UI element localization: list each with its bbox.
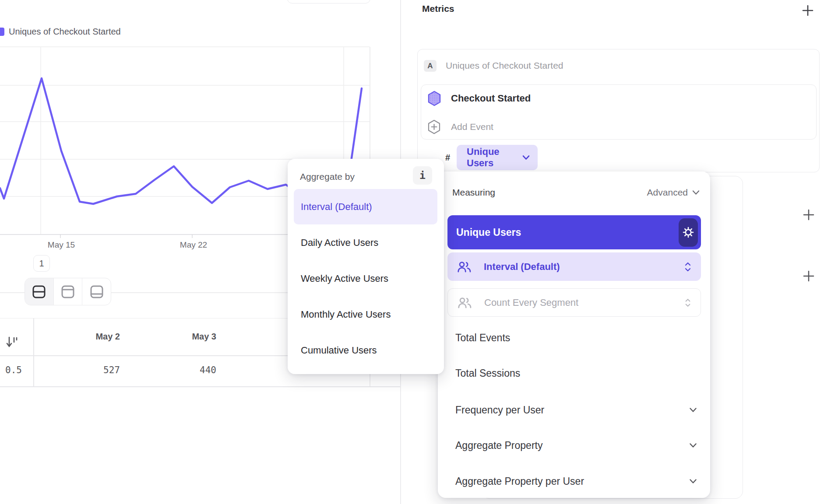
metric-name[interactable]: Uniques of Checkout Started xyxy=(446,60,563,71)
events-card: Checkout Started Add Event xyxy=(421,84,817,140)
interval-unfold-icon xyxy=(684,262,691,272)
measuring-param-count-every-segment[interactable]: Count Every Segment xyxy=(447,288,701,317)
unique-users-selected-label: Unique Users xyxy=(456,227,679,238)
layout-split-icon xyxy=(32,285,46,299)
add-metric-button[interactable] xyxy=(801,4,814,17)
add-breakdown-button[interactable] xyxy=(802,270,815,283)
people-icon xyxy=(457,261,472,273)
measuring-option-unique-users[interactable]: Unique Users xyxy=(447,215,701,249)
add-event-hexagon-icon xyxy=(427,119,441,134)
aggregate-option-interval[interactable]: Interval (Default) xyxy=(294,189,437,224)
measuring-option-aggregate-property-per-user[interactable]: Aggregate Property per User xyxy=(455,468,697,494)
frequency-per-user-label: Frequency per User xyxy=(455,404,689,416)
layout-toggle-group xyxy=(25,278,111,305)
interval-option-label: Interval (Default) xyxy=(301,201,372,213)
series-badge: A xyxy=(424,60,437,72)
gear-icon xyxy=(682,226,695,239)
layout-toggle-header[interactable] xyxy=(54,278,83,305)
measuring-param-interval[interactable]: Interval (Default) xyxy=(447,252,701,281)
segment-unfold-icon xyxy=(685,298,691,307)
aggregate-property-chevron-down-icon xyxy=(689,443,697,448)
aggregate-option-monthly-active-users[interactable]: Monthly Active Users xyxy=(301,301,432,328)
measuring-option-aggregate-property[interactable]: Aggregate Property xyxy=(455,432,697,458)
aggregate-by-title: Aggregate by xyxy=(300,172,355,182)
layout-header-icon xyxy=(60,285,75,299)
info-button[interactable]: i xyxy=(413,166,432,185)
measuring-title: Measuring xyxy=(452,187,647,198)
people-icon-disabled xyxy=(458,297,472,309)
pagination-badge[interactable]: 1 xyxy=(33,255,50,272)
unique-users-settings-button[interactable] xyxy=(679,218,698,247)
layout-footer-icon xyxy=(89,285,104,299)
metric-type-symbol: # xyxy=(445,153,450,163)
aggregate-option-weekly-active-users[interactable]: Weekly Active Users xyxy=(301,266,432,292)
table-cell-may2: 527 xyxy=(32,365,120,375)
metrics-section-title: Metrics xyxy=(422,4,454,14)
count-every-segment-label: Count Every Segment xyxy=(484,297,685,308)
event-hexagon-icon xyxy=(427,91,441,106)
legend-swatch xyxy=(0,28,4,36)
frequency-chevron-down-icon xyxy=(689,407,697,413)
layout-toggle-footer[interactable] xyxy=(82,278,111,305)
table-header-may2[interactable]: May 2 xyxy=(32,332,120,342)
measuring-popover: Measuring Advanced Unique Users xyxy=(438,172,710,498)
event-name: Checkout Started xyxy=(451,93,531,104)
aggregate-option-daily-active-users[interactable]: Daily Active Users xyxy=(301,230,432,256)
x-tick-may22: May 22 xyxy=(172,240,215,250)
event-row[interactable]: Checkout Started xyxy=(427,91,531,106)
aggregate-property-per-user-chevron-down-icon xyxy=(689,479,697,484)
advanced-chevron-down-icon xyxy=(692,190,700,195)
insights-builder-screen: Uniques of Checkout Started May 15 May 2 xyxy=(0,0,831,504)
advanced-toggle[interactable]: Advanced xyxy=(647,187,700,198)
measuring-header: Measuring Advanced xyxy=(452,185,700,200)
layout-toggle-split[interactable] xyxy=(25,278,54,305)
interval-param-label: Interval (Default) xyxy=(484,261,684,273)
aggregate-property-label: Aggregate Property xyxy=(455,440,689,452)
measuring-option-total-events[interactable]: Total Events xyxy=(455,325,692,351)
metric-card: A Uniques of Checkout Started Checkout xyxy=(417,49,820,172)
measuring-option-total-sessions[interactable]: Total Sessions xyxy=(455,360,692,386)
sort-icon[interactable] xyxy=(5,335,20,350)
chart-toolbar-pill-button[interactable] xyxy=(287,0,370,4)
add-event-label: Add Event xyxy=(451,122,493,132)
add-event-row[interactable]: Add Event xyxy=(427,119,493,134)
advanced-label: Advanced xyxy=(647,187,688,198)
aggregate-by-popover: Aggregate by i Interval (Default) Daily … xyxy=(288,159,444,374)
table-row-border xyxy=(0,386,400,387)
add-filter-button[interactable] xyxy=(802,208,815,221)
table-col-divider xyxy=(33,318,34,386)
table-header-may3[interactable]: May 3 xyxy=(129,332,216,342)
unique-users-chip[interactable]: Unique Users xyxy=(457,145,538,170)
unique-users-chip-label: Unique Users xyxy=(467,146,522,169)
aggregate-option-cumulative-users[interactable]: Cumulative Users xyxy=(301,337,432,364)
measuring-option-frequency-per-user[interactable]: Frequency per User xyxy=(455,397,697,423)
x-tick-may15: May 15 xyxy=(39,240,83,250)
table-row-label: 0.5 xyxy=(0,365,22,375)
table-cell-may3: 440 xyxy=(129,365,216,375)
chip-chevron-down-icon xyxy=(522,155,530,160)
aggregate-property-per-user-label: Aggregate Property per User xyxy=(455,476,689,487)
